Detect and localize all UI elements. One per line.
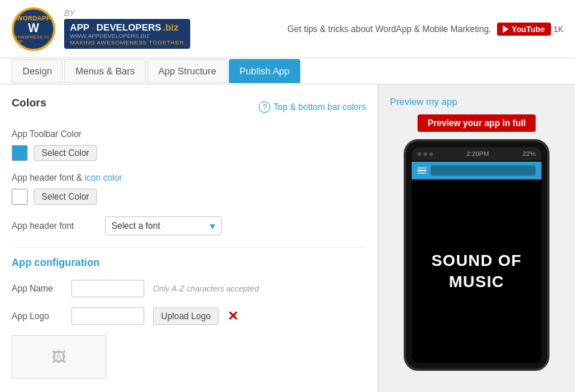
app-text: APP [70, 22, 90, 33]
dropdown-arrow-icon: ▾ [210, 220, 215, 232]
header-left: WORDAPP W WORDPRESS TV APP BY APP · DEVE… [12, 7, 190, 51]
phone-status-time: 2:20PM [466, 150, 489, 157]
dev-text: DEVELOPERS [96, 22, 161, 33]
biz-text: .biz [163, 22, 179, 33]
font-placeholder: Select a font [112, 221, 160, 231]
app-logo-row: App Logo Upload Logo ✕ [12, 307, 366, 325]
colors-header-row: Colors ? Top & bottom bar colors [12, 96, 366, 117]
hamburger-line-2 [418, 170, 426, 171]
phone-toolbar-title-bar [431, 165, 536, 176]
app-logo-input[interactable] [71, 307, 144, 325]
app-dev-url: WWW.APPDEVELOPERS.BIZ [70, 33, 149, 39]
app-dev-tagline: MAKING AWESOMENESS TOGETHER [70, 39, 184, 46]
header-right: Get tips & tricks about WordApp & Mobile… [287, 23, 563, 36]
upload-logo-button[interactable]: Upload Logo [153, 307, 219, 325]
tab-design[interactable]: Design [12, 59, 63, 83]
app-logo-label: App Logo [12, 311, 63, 321]
app-name-label: App Name [12, 283, 63, 294]
youtube-label: YouTube [512, 25, 544, 34]
preview-full-button[interactable]: Preview your app in full [418, 114, 536, 132]
youtube-badge[interactable]: YouTube [497, 23, 550, 36]
app-config-title: App configuration [12, 256, 366, 268]
header-font-label: App header font [12, 221, 99, 231]
preview-app-link[interactable]: app [442, 96, 458, 107]
yt-play-icon [503, 26, 509, 33]
wordapp-logo: WORDAPP W WORDPRESS TV APP [12, 7, 55, 51]
phone-content-area: SOUND OF MUSIC [412, 181, 541, 363]
help-label: Top & bottom bar colors [273, 102, 366, 112]
select-toolbar-color-button[interactable]: Select Color [34, 145, 97, 161]
toolbar-color-label: App Toolbar Color [12, 129, 366, 139]
tabs-bar: Design Menus & Bars App Structure Publis… [0, 58, 575, 85]
youtube-count: 1K [554, 25, 563, 34]
tips-text: Get tips & tricks about WordApp & Mobile… [287, 24, 491, 34]
tab-publish[interactable]: Publish App [229, 59, 301, 83]
hamburger-line-1 [418, 168, 426, 169]
left-panel: Colors ? Top & bottom bar colors App Too… [0, 85, 378, 392]
app-dev-logo: APP · DEVELOPERS .biz WWW.APPDEVELOPERS.… [64, 19, 190, 49]
by-section: BY APP · DEVELOPERS .biz WWW.APPDEVELOPE… [64, 9, 190, 49]
phone-content-text: SOUND OF MUSIC [431, 251, 522, 292]
tab-menus-bars[interactable]: Menus & Bars [64, 59, 146, 83]
phone-toolbar [412, 162, 541, 179]
toolbar-color-row: Select Color [12, 145, 366, 161]
image-placeholder-icon: 🖼 [52, 349, 66, 366]
font-dropdown[interactable]: Select a font ▾ [105, 216, 222, 235]
header: WORDAPP W WORDPRESS TV APP BY APP · DEVE… [0, 0, 575, 58]
logo-preview-area: 🖼 [12, 335, 106, 379]
hamburger-menu-icon[interactable] [418, 168, 426, 174]
phone-dot-2 [423, 152, 427, 156]
tab-app-structure[interactable]: App Structure [147, 59, 227, 83]
hamburger-line-3 [418, 173, 426, 174]
app-name-hint: Only A-Z characters accepted [153, 284, 259, 293]
right-panel: Preview my app Preview your app in full … [378, 85, 575, 392]
help-circle-icon: ? [259, 101, 270, 113]
toolbar-color-swatch [12, 145, 28, 161]
remove-logo-icon[interactable]: ✕ [227, 308, 238, 324]
help-link[interactable]: ? Top & bottom bar colors [259, 101, 366, 113]
preview-title: Preview my app [390, 96, 458, 107]
divider [12, 247, 366, 248]
phone-dot-3 [429, 152, 433, 156]
font-select-row: App header font Select a font ▾ [12, 216, 366, 235]
font-icon-label: App header font & icon color [12, 173, 366, 183]
app-name-input[interactable] [71, 280, 144, 297]
app-name-row: App Name Only A-Z characters accepted [12, 280, 366, 297]
phone-mockup: 2:20PM 22% SOUND OF MUSIC [404, 139, 549, 371]
phone-signal: 22% [523, 150, 536, 157]
font-icon-color-swatch [12, 189, 28, 205]
font-icon-color-row: Select Color [12, 189, 366, 205]
phone-top-bar: 2:20PM 22% [412, 147, 541, 160]
phone-dot-1 [418, 152, 421, 156]
phone-dots [418, 152, 433, 156]
colors-title: Colors [12, 96, 47, 109]
by-label: BY [64, 9, 190, 17]
select-font-icon-color-button[interactable]: Select Color [34, 189, 97, 205]
main-content: Colors ? Top & bottom bar colors App Too… [0, 85, 575, 392]
